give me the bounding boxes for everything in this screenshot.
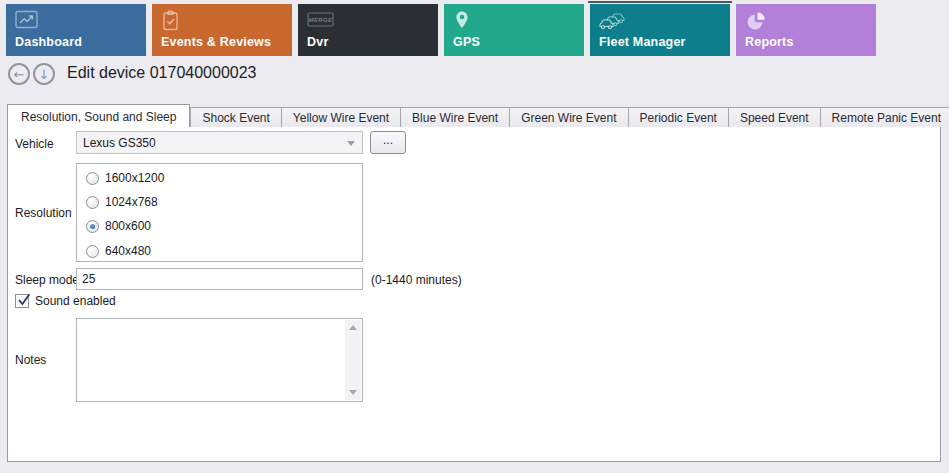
- scroll-up-icon: [349, 325, 357, 330]
- radio-icon: [86, 245, 99, 258]
- merge-badge-icon: MERGE: [307, 10, 335, 32]
- radio-label: 1024x768: [105, 195, 158, 209]
- resolution-label: Resolution: [15, 206, 72, 220]
- line-chart-icon: [15, 10, 39, 33]
- tab-strip: Resolution, Sound and Sleep Shock Event …: [7, 104, 949, 127]
- tab-speed-event[interactable]: Speed Event: [729, 107, 821, 127]
- vehicle-label: Vehicle: [15, 137, 54, 151]
- radio-label: 800x600: [105, 219, 151, 233]
- map-pin-icon: [453, 10, 471, 35]
- tab-periodic-event[interactable]: Periodic Event: [629, 107, 729, 127]
- nav-tile-reports[interactable]: Reports: [736, 4, 876, 56]
- sound-enabled-checkbox[interactable]: Sound enabled: [15, 294, 116, 308]
- nav-tile-dvr[interactable]: MERGE Dvr: [298, 4, 438, 56]
- radio-option-640x480[interactable]: 640x480: [86, 244, 151, 258]
- radio-option-1024x768[interactable]: 1024x768: [86, 195, 158, 209]
- vehicle-browse-button[interactable]: ...: [370, 131, 406, 154]
- nav-tile-label: Fleet Manager: [599, 35, 686, 49]
- fleet-manager-window: Dashboard Events & Reviews MERGE Dvr GPS: [0, 0, 949, 473]
- down-button[interactable]: ↓: [33, 63, 55, 85]
- radio-icon: [86, 196, 99, 209]
- radio-label: 640x480: [105, 244, 151, 258]
- scroll-down-button[interactable]: [345, 384, 361, 400]
- sleep-mode-label: Sleep mode: [15, 273, 79, 287]
- radio-label: 1600x1200: [105, 171, 164, 185]
- nav-tile-label: Reports: [745, 35, 794, 49]
- checkbox-checked-icon: [15, 294, 29, 308]
- tab-blue-wire-event[interactable]: Blue Wire Event: [401, 107, 510, 127]
- fleet-cars-icon: [599, 10, 629, 35]
- vehicle-combobox[interactable]: Lexus GS350: [76, 131, 363, 154]
- radio-icon: [86, 172, 99, 185]
- nav-tile-events-reviews[interactable]: Events & Reviews: [152, 4, 292, 56]
- scroll-down-icon: [349, 390, 357, 395]
- vehicle-combobox-value: Lexus GS350: [83, 136, 156, 150]
- tab-yellow-wire-event[interactable]: Yellow Wire Event: [282, 107, 401, 127]
- scroll-up-button[interactable]: [345, 320, 361, 336]
- radio-checked-icon: [86, 220, 99, 233]
- sleep-mode-input[interactable]: [76, 268, 363, 290]
- tab-shock-event[interactable]: Shock Event: [190, 107, 281, 127]
- nav-tile-dashboard[interactable]: Dashboard: [6, 4, 146, 56]
- nav-tile-label: Dvr: [307, 35, 328, 49]
- nav-tile-label: Dashboard: [15, 35, 82, 49]
- radio-option-1600x1200[interactable]: 1600x1200: [86, 171, 164, 185]
- back-button[interactable]: ←: [8, 63, 30, 85]
- dropdown-arrow-icon: [347, 141, 355, 146]
- nav-tile-label: Events & Reviews: [161, 35, 271, 49]
- active-tile-marker: [588, 1, 732, 3]
- resolution-groupbox: 1600x1200 1024x768 800x600 640x480: [76, 163, 363, 262]
- page-title: Edit device 017040000023: [67, 64, 257, 82]
- left-arrow-icon: ←: [14, 68, 25, 81]
- sound-enabled-label: Sound enabled: [35, 294, 116, 308]
- sleep-mode-hint: (0-1440 minutes): [371, 273, 462, 287]
- tab-resolution-sound-sleep[interactable]: Resolution, Sound and Sleep: [7, 104, 190, 127]
- clipboard-check-icon: [161, 10, 181, 35]
- notes-scrollbar[interactable]: [345, 320, 361, 400]
- notes-label: Notes: [15, 353, 46, 367]
- tab-green-wire-event[interactable]: Green Wire Event: [510, 107, 628, 127]
- down-arrow-icon: ↓: [39, 68, 50, 81]
- nav-tile-fleet-manager[interactable]: Fleet Manager: [590, 4, 730, 56]
- svg-text:MERGE: MERGE: [308, 17, 333, 23]
- tab-remote-panic-event[interactable]: Remote Panic Event: [821, 107, 949, 127]
- pie-chart-icon: [745, 10, 767, 35]
- notes-textarea[interactable]: [76, 318, 363, 402]
- radio-option-800x600[interactable]: 800x600: [86, 219, 151, 233]
- nav-tile-gps[interactable]: GPS: [444, 4, 584, 56]
- nav-tile-label: GPS: [453, 35, 480, 49]
